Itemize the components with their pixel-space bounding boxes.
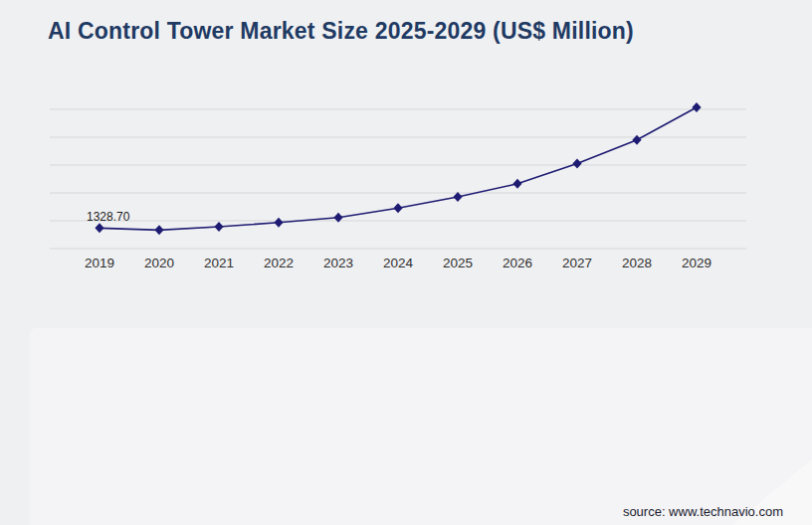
data-point-label: 1328.70 xyxy=(87,210,130,224)
data-point-2019 xyxy=(95,223,103,233)
data-point-2020 xyxy=(154,225,163,235)
data-point-2028 xyxy=(632,135,641,145)
data-point-2022 xyxy=(274,218,283,228)
x-axis-label: 2028 xyxy=(622,256,652,270)
source-attribution: source: www.technavio.com xyxy=(623,504,783,519)
data-point-2027 xyxy=(572,158,581,168)
data-point-2026 xyxy=(512,179,521,189)
data-point-2029 xyxy=(692,102,701,112)
data-point-2021 xyxy=(214,222,223,232)
x-axis-label: 2022 xyxy=(264,256,294,270)
stats-panel: 27.5% 2025 Year-over-Year ACCELERATING G… xyxy=(30,328,812,525)
x-axis-label: 2019 xyxy=(85,256,114,270)
x-axis-label: 2025 xyxy=(443,256,473,270)
x-axis-label: 2026 xyxy=(503,256,532,270)
x-axis-label: 2020 xyxy=(144,256,174,270)
x-axis-label: 2021 xyxy=(204,256,234,270)
x-axis-label: 2027 xyxy=(562,256,592,270)
x-axis-label: 2029 xyxy=(682,256,711,270)
x-axis-label: 2024 xyxy=(383,256,414,270)
data-point-2024 xyxy=(393,203,402,213)
market-size-line-chart: 2019202020212022202320242025202620272028… xyxy=(0,0,812,298)
x-axis-label: 2023 xyxy=(323,256,353,270)
